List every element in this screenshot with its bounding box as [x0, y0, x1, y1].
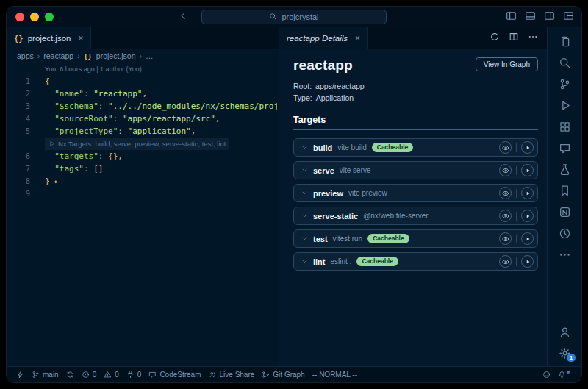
show-target-config-button[interactable]	[499, 164, 512, 176]
breadcrumb-item[interactable]: …	[146, 51, 154, 60]
run-target-button[interactable]	[521, 232, 534, 245]
badge: 1	[567, 354, 576, 362]
show-target-config-button[interactable]	[499, 210, 512, 222]
source-control-icon[interactable]	[548, 74, 581, 95]
target-row-lint[interactable]: linteslint .Cacheable	[293, 252, 538, 271]
branch-icon[interactable]: main	[28, 367, 62, 382]
history-icon[interactable]	[548, 223, 581, 244]
maximize-window-button[interactable]	[45, 13, 54, 21]
close-tab-icon[interactable]: ×	[78, 33, 83, 43]
code-editor[interactable]: You, 6 hours ago | 1 author (You) 1{2 "n…	[7, 63, 279, 366]
run-target-button[interactable]	[521, 164, 534, 176]
code-line[interactable]: 5 "projectType": "application",	[7, 125, 279, 138]
code-line[interactable]: 6 "targets": {},	[7, 150, 279, 163]
tab-reactapp-details[interactable]: reactapp Details ×	[279, 27, 368, 49]
layout-panel-icon[interactable]	[525, 10, 536, 24]
run-target-button[interactable]	[521, 210, 534, 222]
breadcrumb-item[interactable]: apps	[17, 51, 34, 60]
customize-layout-icon[interactable]	[563, 10, 574, 24]
minimize-window-button[interactable]	[30, 13, 39, 21]
extensions-icon[interactable]	[548, 116, 581, 138]
sync-icon[interactable]	[62, 367, 78, 382]
nx-targets-inlay-hint[interactable]: Nx Targets: build, serve, preview, serve…	[45, 138, 229, 150]
target-row-build[interactable]: buildvite buildCacheable	[293, 138, 538, 157]
target-command: vite serve	[340, 166, 371, 174]
search-icon[interactable]	[548, 52, 581, 74]
breadcrumb-item[interactable]: {} project.json	[84, 51, 136, 60]
breadcrumb[interactable]: apps›reactapp›{} project.json›…	[7, 49, 279, 63]
code-lines: 1{2 "name": "reactapp",3 "$schema": "../…	[7, 75, 279, 200]
test-flask-icon[interactable]	[548, 159, 581, 180]
eye-icon	[502, 258, 509, 265]
warning-icon[interactable]: 0	[100, 367, 123, 382]
target-row-serve[interactable]: servevite serve	[293, 161, 538, 179]
chevron-down-icon[interactable]	[301, 258, 308, 265]
account-icon[interactable]	[548, 321, 581, 343]
chevron-down-icon[interactable]	[301, 190, 308, 196]
remote-icon[interactable]	[12, 367, 28, 382]
search-icon	[269, 13, 277, 22]
nx-project-details-panel: reactapp View In Graph Root:apps/reactap…	[279, 49, 547, 366]
feedback-icon[interactable]	[539, 371, 554, 379]
inlay-hint-line[interactable]: Nx Targets: build, serve, preview, serve…	[7, 138, 279, 150]
tab-project-json[interactable]: {} project.json ×	[7, 27, 91, 49]
breadcrumb-item[interactable]: reactapp	[43, 51, 74, 60]
liveshare-icon[interactable]: Live Share	[205, 367, 259, 382]
nx-console-icon[interactable]	[548, 201, 581, 223]
target-name: serve-static	[313, 212, 358, 221]
run-target-button[interactable]	[521, 141, 534, 154]
port-icon[interactable]: 0	[123, 367, 146, 382]
show-target-config-button[interactable]	[499, 187, 512, 199]
chevron-down-icon[interactable]	[301, 144, 308, 151]
target-row-preview[interactable]: previewvite preview	[293, 184, 538, 202]
vim-mode-indicator[interactable]: -- NORMAL --	[309, 367, 361, 382]
cacheable-badge: Cacheable	[368, 234, 409, 243]
type-label: Type:	[293, 93, 312, 102]
gitgraph-icon[interactable]: Git Graph	[258, 367, 308, 382]
code-line[interactable]: 1{	[7, 75, 279, 88]
copilot-sparkle-icon[interactable]: ✦	[54, 177, 58, 185]
layout-sidebar-right-icon[interactable]	[544, 10, 555, 24]
target-row-test[interactable]: testvitest runCacheable	[293, 229, 538, 248]
close-window-button[interactable]	[15, 13, 24, 21]
target-command: eslint .	[331, 257, 352, 265]
show-target-config-button[interactable]	[499, 255, 512, 268]
layout-sidebar-left-icon[interactable]	[506, 10, 517, 24]
command-center-search[interactable]: projcrystal	[201, 10, 387, 24]
error-icon[interactable]: 0	[78, 367, 101, 382]
code-line[interactable]: 8}✦	[7, 175, 279, 188]
run-target-button[interactable]	[521, 255, 534, 268]
files-icon[interactable]	[548, 31, 581, 52]
close-tab-icon[interactable]: ×	[355, 33, 360, 43]
settings-gear-icon[interactable]: 1	[548, 343, 581, 364]
bookmark-icon[interactable]	[548, 180, 581, 201]
line-number: 6	[7, 150, 39, 163]
cacheable-badge: Cacheable	[356, 257, 398, 266]
codelens-blame[interactable]: You, 6 hours ago | 1 author (You)	[45, 64, 279, 75]
chevron-down-icon[interactable]	[301, 167, 308, 174]
bell-icon[interactable]	[554, 371, 576, 379]
split-editor-icon[interactable]	[509, 32, 519, 45]
show-target-config-button[interactable]	[499, 232, 512, 245]
screen: projcrystal {} project.json × apps›react…	[0, 0, 588, 389]
code-line[interactable]: 7 "tags": []	[7, 163, 279, 175]
target-command: vite preview	[348, 189, 387, 197]
view-in-graph-button[interactable]: View In Graph	[476, 57, 538, 71]
debug-icon[interactable]	[548, 95, 581, 116]
codestream-icon[interactable]: CodeStream	[145, 367, 204, 382]
status-bar: main000CodeStreamLive ShareGit Graph-- N…	[7, 366, 581, 382]
target-row-serve-static[interactable]: serve-static@nx/web:file-server	[293, 207, 538, 225]
run-target-button[interactable]	[521, 187, 534, 199]
code-line[interactable]: 2 "name": "reactapp",	[7, 88, 279, 100]
chevron-down-icon[interactable]	[301, 213, 308, 219]
code-line[interactable]: 9	[7, 188, 279, 200]
codestream-icon[interactable]	[548, 138, 581, 159]
refresh-icon[interactable]	[490, 32, 500, 45]
back-icon[interactable]	[179, 10, 188, 24]
more-icon[interactable]	[548, 244, 581, 265]
code-line[interactable]: 4 "sourceRoot": "apps/reactapp/src",	[7, 113, 279, 125]
more-actions-icon[interactable]	[528, 32, 538, 45]
chevron-down-icon[interactable]	[301, 235, 308, 242]
code-line[interactable]: 3 "$schema": "../../node_modules/nx/sche…	[7, 100, 279, 113]
show-target-config-button[interactable]	[499, 141, 512, 154]
